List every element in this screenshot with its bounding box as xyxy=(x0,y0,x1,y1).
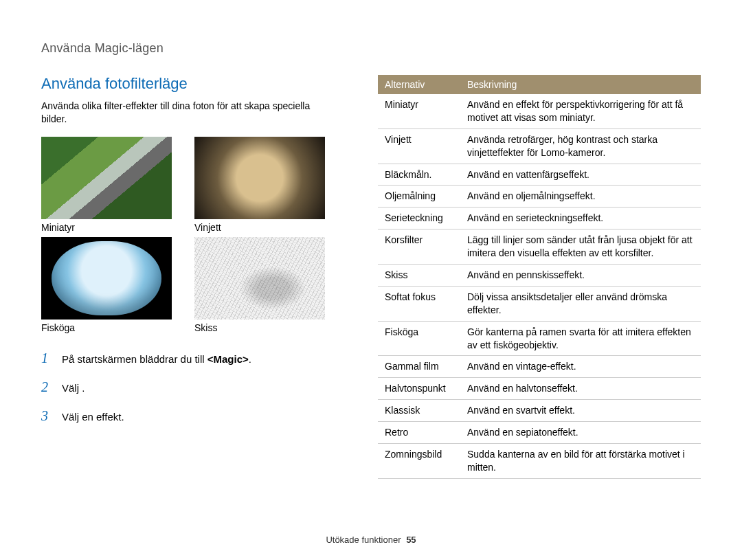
desc-cell: Använd en svartvit effekt. xyxy=(460,400,701,422)
content-columns: Använda fotofilterläge Använda olika fil… xyxy=(41,75,701,479)
table-row: SkissAnvänd en pennskisseffekt. xyxy=(378,265,701,287)
desc-cell: Använd en effekt för perspektivkorrigeri… xyxy=(460,94,701,128)
step-bold: <Magic> xyxy=(207,353,249,365)
step-number: 3 xyxy=(41,406,54,425)
desc-cell: Sudda kanterna av en bild för att förstä… xyxy=(460,444,701,479)
step-item: 2 Välj . xyxy=(41,377,337,396)
opt-cell: Gammal film xyxy=(378,356,460,378)
step-prefix: Välj en effekt. xyxy=(62,411,124,423)
thumbnail-label: Vinjett xyxy=(194,222,337,233)
desc-cell: Använd en vintage-effekt. xyxy=(460,356,701,378)
steps-list: 1 På startskärmen bläddrar du till <Magi… xyxy=(41,348,337,425)
opt-cell: Skiss xyxy=(378,265,460,287)
sketch-image xyxy=(194,237,325,320)
page-title: Använda fotofilterläge xyxy=(41,75,337,93)
vignette-image xyxy=(194,137,325,219)
table-row: HalvtonspunktAnvänd en halvtonseffekt. xyxy=(378,378,701,400)
table-row: VinjettAnvända retrofärger, hög kontrast… xyxy=(378,128,701,164)
options-table: Alternativ Beskrivning MiniatyrAnvänd en… xyxy=(378,75,701,479)
intro-paragraph: Använda olika filter-effekter till dina … xyxy=(41,100,337,126)
table-row: FiskögaGör kanterna på ramen svarta för … xyxy=(378,321,701,356)
table-row: Softat fokusDölj vissa ansiktsdetaljer e… xyxy=(378,286,701,321)
step-number: 2 xyxy=(41,377,54,396)
opt-cell: Vinjett xyxy=(378,128,460,164)
footer-text: Utökade funktioner xyxy=(326,535,401,545)
step-suffix: . xyxy=(79,382,85,394)
section-header: Använda Magic-lägen xyxy=(41,41,701,56)
fisheye-image xyxy=(41,237,172,320)
thumbnail-fisheye: Fisköga xyxy=(41,237,183,333)
opt-cell: Halvtonspunkt xyxy=(378,378,460,400)
desc-cell: Använda retrofärger, hög kontrast och st… xyxy=(460,128,701,164)
thumbnail-sketch: Skiss xyxy=(194,237,337,333)
table-row: ZomningsbildSudda kanterna av en bild fö… xyxy=(378,444,701,479)
opt-cell: Bläckmåln. xyxy=(378,164,460,186)
step-number: 1 xyxy=(41,348,54,368)
table-header-option: Alternativ xyxy=(378,75,460,94)
step-text: Välj en effekt. xyxy=(62,410,124,424)
desc-cell: Gör kanterna på ramen svarta för att imi… xyxy=(460,321,701,356)
table-row: OljemålningAnvänd en oljemålningseffekt. xyxy=(378,186,701,208)
thumbnail-label: Skiss xyxy=(194,322,337,333)
step-text: På startskärmen bläddrar du till <Magic>… xyxy=(62,352,251,366)
opt-cell: Fisköga xyxy=(378,321,460,356)
table-row: Bläckmåln.Använd en vattenfärgseffekt. xyxy=(378,164,701,186)
table-row: KorsfilterLägg till linjer som sänder ut… xyxy=(378,229,701,265)
step-suffix: . xyxy=(249,353,251,365)
opt-cell: Oljemålning xyxy=(378,186,460,208)
opt-cell: Miniatyr xyxy=(378,94,460,128)
opt-cell: Zomningsbild xyxy=(378,444,460,479)
opt-cell: Korsfilter xyxy=(378,229,460,265)
step-text: Välj . xyxy=(62,381,85,395)
desc-cell: Använd en vattenfärgseffekt. xyxy=(460,164,701,186)
table-body: MiniatyrAnvänd en effekt för perspektivk… xyxy=(378,94,701,478)
thumbnail-miniature: Miniatyr xyxy=(41,137,183,233)
step-prefix: På startskärmen bläddrar du till xyxy=(62,353,207,365)
desc-cell: Använd en sepiatoneffekt. xyxy=(460,422,701,444)
left-column: Använda fotofilterläge Använda olika fil… xyxy=(41,75,337,479)
table-row: KlassiskAnvänd en svartvit effekt. xyxy=(378,400,701,422)
desc-cell: Lägg till linjer som sänder utåt från lj… xyxy=(460,229,701,265)
table-row: RetroAnvänd en sepiatoneffekt. xyxy=(378,422,701,444)
thumbnail-label: Miniatyr xyxy=(41,222,183,233)
opt-cell: Softat fokus xyxy=(378,286,460,321)
thumbnail-vignette: Vinjett xyxy=(194,137,337,233)
page-footer: Utökade funktioner 55 xyxy=(0,535,742,545)
miniature-image xyxy=(41,137,172,219)
table-row: MiniatyrAnvänd en effekt för perspektivk… xyxy=(378,94,701,128)
opt-cell: Serieteckning xyxy=(378,208,460,229)
page-number: 55 xyxy=(406,535,416,545)
desc-cell: Dölj vissa ansiktsdetaljer eller använd … xyxy=(460,286,701,321)
desc-cell: Använd en pennskisseffekt. xyxy=(460,265,701,287)
desc-cell: Använd en oljemålningseffekt. xyxy=(460,186,701,208)
thumbnail-label: Fisköga xyxy=(41,322,183,333)
step-item: 3 Välj en effekt. xyxy=(41,406,337,425)
opt-cell: Retro xyxy=(378,422,460,444)
table-row: SerieteckningAnvänd en serieteckningseff… xyxy=(378,208,701,229)
desc-cell: Använd en halvtonseffekt. xyxy=(460,378,701,400)
table-header-description: Beskrivning xyxy=(460,75,701,94)
thumbnail-grid: Miniatyr Vinjett Fisköga Skiss xyxy=(41,137,337,333)
table-row: Gammal filmAnvänd en vintage-effekt. xyxy=(378,356,701,378)
step-prefix: Välj xyxy=(62,382,79,394)
right-column: Alternativ Beskrivning MiniatyrAnvänd en… xyxy=(378,75,701,479)
desc-cell: Använd en serieteckningseffekt. xyxy=(460,208,701,229)
opt-cell: Klassisk xyxy=(378,400,460,422)
step-item: 1 På startskärmen bläddrar du till <Magi… xyxy=(41,348,337,368)
